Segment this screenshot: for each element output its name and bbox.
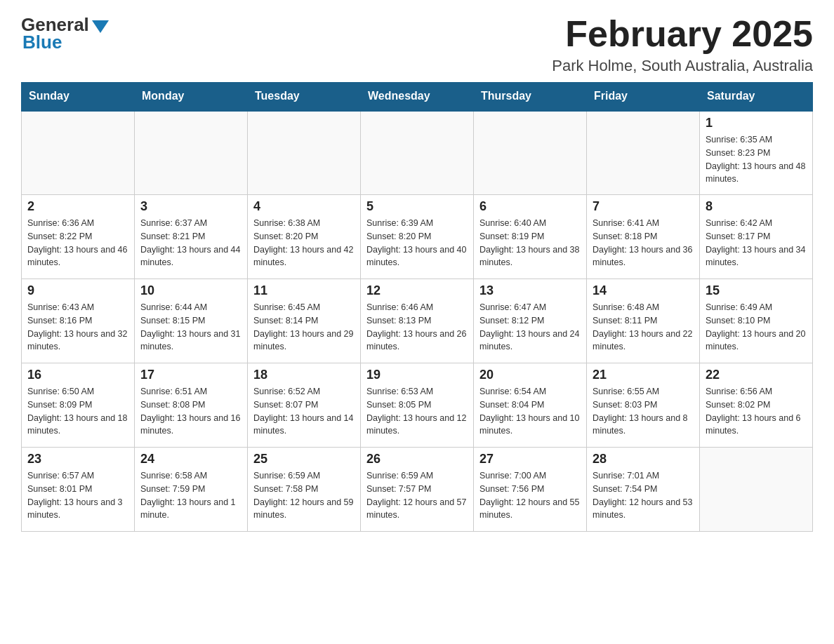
day-info: Sunrise: 6:49 AMSunset: 8:10 PMDaylight:… — [706, 301, 807, 354]
day-number: 22 — [706, 368, 807, 382]
calendar-week-row: 9Sunrise: 6:43 AMSunset: 8:16 PMDaylight… — [22, 279, 813, 363]
day-number: 24 — [140, 452, 241, 467]
day-info: Sunrise: 6:55 AMSunset: 8:03 PMDaylight:… — [593, 385, 694, 438]
day-number: 11 — [253, 283, 355, 298]
day-number: 4 — [253, 199, 355, 214]
calendar-cell: 23Sunrise: 6:57 AMSunset: 8:01 PMDayligh… — [22, 448, 135, 532]
day-info: Sunrise: 6:42 AMSunset: 8:17 PMDaylight:… — [706, 217, 807, 269]
calendar-cell — [135, 111, 248, 195]
day-number: 2 — [27, 199, 128, 214]
day-info: Sunrise: 6:52 AMSunset: 8:07 PMDaylight:… — [253, 385, 355, 438]
calendar-cell: 28Sunrise: 7:01 AMSunset: 7:54 PMDayligh… — [587, 448, 700, 532]
calendar-cell — [474, 111, 587, 195]
day-number: 18 — [253, 368, 355, 382]
day-info: Sunrise: 6:50 AMSunset: 8:09 PMDaylight:… — [27, 385, 128, 438]
calendar-body: 1Sunrise: 6:35 AMSunset: 8:23 PMDaylight… — [22, 111, 813, 532]
day-number: 12 — [366, 283, 468, 298]
day-number: 27 — [479, 452, 581, 467]
day-info: Sunrise: 6:43 AMSunset: 8:16 PMDaylight:… — [27, 301, 128, 354]
weekday-header-tuesday: Tuesday — [248, 83, 361, 111]
day-info: Sunrise: 6:47 AMSunset: 8:12 PMDaylight:… — [479, 301, 581, 354]
calendar-cell: 1Sunrise: 6:35 AMSunset: 8:23 PMDaylight… — [700, 111, 813, 195]
calendar-week-row: 2Sunrise: 6:36 AMSunset: 8:22 PMDaylight… — [22, 195, 813, 279]
calendar-cell: 24Sunrise: 6:58 AMSunset: 7:59 PMDayligh… — [135, 448, 248, 532]
day-number: 14 — [593, 283, 694, 298]
day-number: 21 — [593, 368, 694, 382]
weekday-header-sunday: Sunday — [22, 83, 135, 111]
page-title: February 2025 — [552, 14, 813, 54]
calendar-cell: 26Sunrise: 6:59 AMSunset: 7:57 PMDayligh… — [361, 448, 474, 532]
day-info: Sunrise: 6:59 AMSunset: 7:57 PMDaylight:… — [366, 469, 468, 522]
day-info: Sunrise: 6:54 AMSunset: 8:04 PMDaylight:… — [479, 385, 581, 438]
calendar-table: SundayMondayTuesdayWednesdayThursdayFrid… — [21, 82, 813, 532]
day-info: Sunrise: 6:37 AMSunset: 8:21 PMDaylight:… — [140, 217, 241, 269]
day-number: 5 — [366, 199, 468, 214]
calendar-cell: 15Sunrise: 6:49 AMSunset: 8:10 PMDayligh… — [700, 279, 813, 363]
day-info: Sunrise: 6:58 AMSunset: 7:59 PMDaylight:… — [140, 469, 241, 522]
day-number: 6 — [479, 199, 581, 214]
day-number: 13 — [479, 283, 581, 298]
title-block: February 2025 Park Holme, South Australi… — [552, 14, 813, 75]
day-number: 16 — [27, 368, 128, 382]
day-info: Sunrise: 6:44 AMSunset: 8:15 PMDaylight:… — [140, 301, 241, 354]
calendar-cell: 21Sunrise: 6:55 AMSunset: 8:03 PMDayligh… — [587, 363, 700, 448]
logo-blue-text: Blue — [22, 32, 62, 53]
day-info: Sunrise: 6:39 AMSunset: 8:20 PMDaylight:… — [366, 217, 468, 269]
calendar-cell: 19Sunrise: 6:53 AMSunset: 8:05 PMDayligh… — [361, 363, 474, 448]
day-number: 20 — [479, 368, 581, 382]
calendar-cell: 20Sunrise: 6:54 AMSunset: 8:04 PMDayligh… — [474, 363, 587, 448]
calendar-cell: 12Sunrise: 6:46 AMSunset: 8:13 PMDayligh… — [361, 279, 474, 363]
calendar-cell: 27Sunrise: 7:00 AMSunset: 7:56 PMDayligh… — [474, 448, 587, 532]
calendar-week-row: 16Sunrise: 6:50 AMSunset: 8:09 PMDayligh… — [22, 363, 813, 448]
calendar-cell — [700, 448, 813, 532]
day-info: Sunrise: 6:51 AMSunset: 8:08 PMDaylight:… — [140, 385, 241, 438]
day-info: Sunrise: 6:38 AMSunset: 8:20 PMDaylight:… — [253, 217, 355, 269]
calendar-cell: 22Sunrise: 6:56 AMSunset: 8:02 PMDayligh… — [700, 363, 813, 448]
calendar-cell: 2Sunrise: 6:36 AMSunset: 8:22 PMDaylight… — [22, 195, 135, 279]
calendar-cell: 4Sunrise: 6:38 AMSunset: 8:20 PMDaylight… — [248, 195, 361, 279]
calendar-header: SundayMondayTuesdayWednesdayThursdayFrid… — [22, 83, 813, 111]
day-info: Sunrise: 7:01 AMSunset: 7:54 PMDaylight:… — [593, 469, 694, 522]
day-info: Sunrise: 6:40 AMSunset: 8:19 PMDaylight:… — [479, 217, 581, 269]
day-number: 17 — [140, 368, 241, 382]
calendar-cell — [22, 111, 135, 195]
day-info: Sunrise: 6:46 AMSunset: 8:13 PMDaylight:… — [366, 301, 468, 354]
calendar-cell: 13Sunrise: 6:47 AMSunset: 8:12 PMDayligh… — [474, 279, 587, 363]
day-info: Sunrise: 7:00 AMSunset: 7:56 PMDaylight:… — [479, 469, 581, 522]
calendar-cell: 11Sunrise: 6:45 AMSunset: 8:14 PMDayligh… — [248, 279, 361, 363]
logo: General Blue — [21, 14, 109, 53]
day-number: 23 — [27, 452, 128, 467]
day-number: 8 — [706, 199, 807, 214]
day-number: 7 — [593, 199, 694, 214]
weekday-header-saturday: Saturday — [700, 83, 813, 111]
weekday-header-thursday: Thursday — [474, 83, 587, 111]
calendar-cell: 6Sunrise: 6:40 AMSunset: 8:19 PMDaylight… — [474, 195, 587, 279]
calendar-cell — [361, 111, 474, 195]
calendar-cell: 16Sunrise: 6:50 AMSunset: 8:09 PMDayligh… — [22, 363, 135, 448]
calendar-cell: 7Sunrise: 6:41 AMSunset: 8:18 PMDaylight… — [587, 195, 700, 279]
day-number: 9 — [27, 283, 128, 298]
day-info: Sunrise: 6:48 AMSunset: 8:11 PMDaylight:… — [593, 301, 694, 354]
calendar-cell: 5Sunrise: 6:39 AMSunset: 8:20 PMDaylight… — [361, 195, 474, 279]
day-info: Sunrise: 6:45 AMSunset: 8:14 PMDaylight:… — [253, 301, 355, 354]
calendar-cell: 9Sunrise: 6:43 AMSunset: 8:16 PMDaylight… — [22, 279, 135, 363]
calendar-cell: 3Sunrise: 6:37 AMSunset: 8:21 PMDaylight… — [135, 195, 248, 279]
calendar-cell — [248, 111, 361, 195]
day-info: Sunrise: 6:36 AMSunset: 8:22 PMDaylight:… — [27, 217, 128, 269]
day-number: 3 — [140, 199, 241, 214]
calendar-week-row: 23Sunrise: 6:57 AMSunset: 8:01 PMDayligh… — [22, 448, 813, 532]
day-info: Sunrise: 6:53 AMSunset: 8:05 PMDaylight:… — [366, 385, 468, 438]
calendar-cell: 10Sunrise: 6:44 AMSunset: 8:15 PMDayligh… — [135, 279, 248, 363]
calendar-cell: 14Sunrise: 6:48 AMSunset: 8:11 PMDayligh… — [587, 279, 700, 363]
day-info: Sunrise: 6:41 AMSunset: 8:18 PMDaylight:… — [593, 217, 694, 269]
day-number: 15 — [706, 283, 807, 298]
day-number: 19 — [366, 368, 468, 382]
day-number: 28 — [593, 452, 694, 467]
calendar-cell: 25Sunrise: 6:59 AMSunset: 7:58 PMDayligh… — [248, 448, 361, 532]
day-number: 25 — [253, 452, 355, 467]
day-number: 10 — [140, 283, 241, 298]
calendar-cell — [587, 111, 700, 195]
calendar-week-row: 1Sunrise: 6:35 AMSunset: 8:23 PMDaylight… — [22, 111, 813, 195]
day-number: 1 — [706, 116, 807, 130]
calendar-cell: 8Sunrise: 6:42 AMSunset: 8:17 PMDaylight… — [700, 195, 813, 279]
